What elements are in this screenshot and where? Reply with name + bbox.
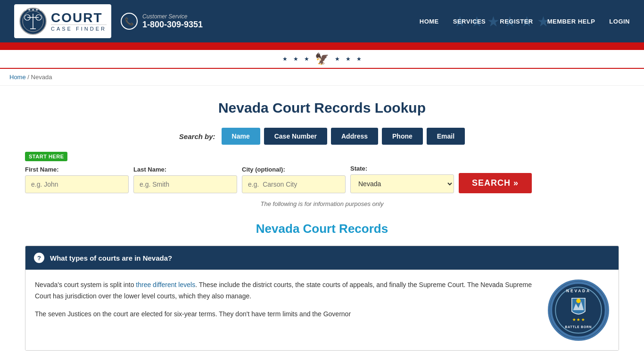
svg-point-11 xyxy=(576,299,580,303)
search-by-row: Search by: Name Case Number Address Phon… xyxy=(25,128,619,145)
section-title: Nevada Court Records xyxy=(25,222,619,236)
search-button[interactable]: SEARCH » xyxy=(459,173,532,193)
last-name-label: Last Name: xyxy=(133,166,237,173)
star-right-3: ★ xyxy=(356,56,362,62)
eagle-stars-row: ★ ★ ★ 🦅 ★ ★ ★ xyxy=(0,50,644,69)
nav-item-home[interactable]: HOME xyxy=(420,18,439,25)
nav-item-register[interactable]: REGISTER xyxy=(500,18,533,25)
star-left-1: ★ xyxy=(282,56,288,62)
logo-container[interactable]: ★ ★ ★ ★ ★ COURT CASE FINDER xyxy=(14,4,111,38)
logo-case-finder-label: CASE FINDER xyxy=(51,25,107,32)
nevada-seal: NEVADA ★ ★ ★ BATTLE BORN xyxy=(548,280,609,341)
breadcrumb-separator: / xyxy=(27,74,31,81)
logo-emblem-icon: ★ ★ ★ ★ ★ xyxy=(19,7,47,35)
customer-service-label: Customer Service xyxy=(142,13,203,20)
phone-details: Customer Service 1-800-309-9351 xyxy=(142,13,203,30)
breadcrumb-current: Nevada xyxy=(31,74,52,81)
info-note: The following is for information purpose… xyxy=(25,200,619,207)
faq-body: Nevada's court system is split into thre… xyxy=(25,270,619,350)
faq-question-icon: ? xyxy=(34,253,44,263)
star-right-1: ★ xyxy=(335,56,340,62)
last-name-group: Last Name: xyxy=(133,166,237,193)
logo-text: COURT CASE FINDER xyxy=(51,11,107,32)
last-name-input[interactable] xyxy=(133,175,237,193)
tab-case-number[interactable]: Case Number xyxy=(264,128,327,145)
star-left-3: ★ xyxy=(304,56,309,62)
svg-text:NEVADA: NEVADA xyxy=(566,288,591,293)
search-by-label: Search by: xyxy=(179,132,215,140)
phone-section: 📞 Customer Service 1-800-309-9351 xyxy=(121,13,203,30)
tab-address[interactable]: Address xyxy=(331,128,378,145)
nav-item-services[interactable]: SERVICES xyxy=(453,18,486,25)
city-group: City (optional): xyxy=(242,166,346,193)
tab-phone[interactable]: Phone xyxy=(382,128,423,145)
search-form-container: START HERE First Name: Last Name: City (… xyxy=(25,152,619,193)
phone-icon: 📞 xyxy=(121,13,138,30)
main-nav: HOME SERVICES REGISTER MEMBER HELP LOGIN xyxy=(420,18,630,25)
page-title: Nevada Court Records Lookup xyxy=(25,100,619,116)
faq-header[interactable]: ? What types of courts are in Nevada? xyxy=(25,246,619,270)
phone-number: 1-800-309-9351 xyxy=(142,20,203,30)
start-here-badge: START HERE xyxy=(25,152,67,161)
tab-name[interactable]: Name xyxy=(222,128,260,145)
svg-text:★ ★ ★: ★ ★ ★ xyxy=(572,318,585,322)
first-name-input[interactable] xyxy=(25,175,129,193)
nav-item-member-help[interactable]: MEMBER HELP xyxy=(547,18,595,25)
svg-text:★ ★ ★ ★ ★: ★ ★ ★ ★ ★ xyxy=(24,8,42,11)
breadcrumb: Home / Nevada xyxy=(0,69,644,86)
state-label: State: xyxy=(350,165,454,172)
search-form: First Name: Last Name: City (optional): … xyxy=(25,165,619,193)
city-input[interactable] xyxy=(242,175,346,193)
first-name-label: First Name: xyxy=(25,166,129,173)
svg-text:BATTLE BORN: BATTLE BORN xyxy=(565,325,592,329)
nav-item-login[interactable]: LOGIN xyxy=(609,18,630,25)
state-group: State: Nevada Alabama Alaska Arizona Cal… xyxy=(350,165,454,193)
faq-answer-link[interactable]: three different levels xyxy=(136,281,195,288)
header-left: ★ ★ ★ ★ ★ COURT CASE FINDER 📞 Customer S… xyxy=(14,4,203,38)
red-banner xyxy=(0,42,644,50)
breadcrumb-home-link[interactable]: Home xyxy=(9,74,26,81)
city-label: City (optional): xyxy=(242,166,346,173)
eagle-icon: 🦅 xyxy=(315,52,329,66)
main-content: Nevada Court Records Lookup Search by: N… xyxy=(16,86,628,362)
site-header: ★ ★ ★ ★ ★ ★ ★ ★ ★ ★ ★ COURT CASE FINDER xyxy=(0,0,644,42)
faq-answer-part1: Nevada's court system is split into xyxy=(35,281,136,288)
star-left-2: ★ xyxy=(293,56,298,62)
state-select[interactable]: Nevada Alabama Alaska Arizona California… xyxy=(350,174,454,193)
first-name-group: First Name: xyxy=(25,166,129,193)
logo-court-label: COURT xyxy=(51,11,107,25)
star-right-2: ★ xyxy=(346,56,351,62)
faq-body-text: Nevada's court system is split into thre… xyxy=(35,280,538,341)
faq-answer-part3: The seven Justices on the court are elec… xyxy=(35,310,351,318)
faq-question-text: What types of courts are in Nevada? xyxy=(50,254,172,262)
tab-email[interactable]: Email xyxy=(427,128,465,145)
faq-item: ? What types of courts are in Nevada? Ne… xyxy=(25,246,619,351)
